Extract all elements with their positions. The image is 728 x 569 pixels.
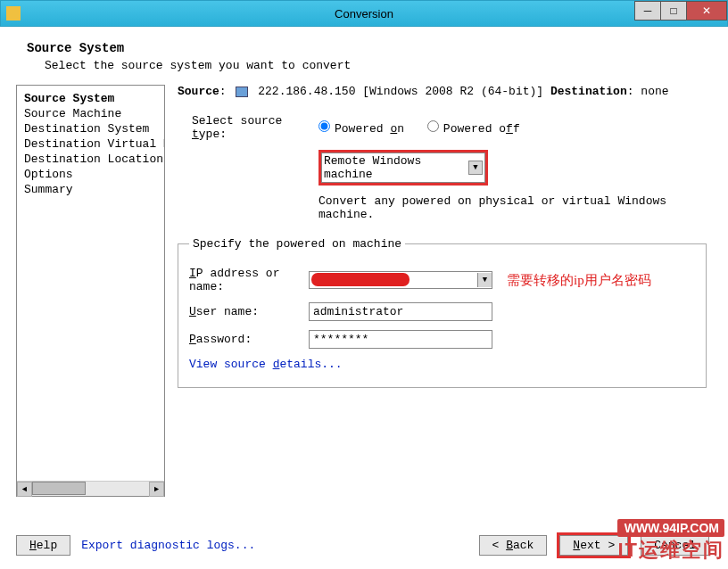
back-button[interactable]: < Back xyxy=(479,535,548,556)
source-value: 222.186.48.150 [Windows 2008 R2 (64-bit)… xyxy=(258,85,543,98)
radio-powered-on[interactable]: Powered on xyxy=(318,122,404,136)
computer-icon xyxy=(236,87,248,97)
scroll-right-icon[interactable]: ► xyxy=(149,482,164,497)
scroll-thumb[interactable] xyxy=(32,482,86,495)
password-label: Password: xyxy=(189,333,309,346)
wizard-header: Source System Select the source system y… xyxy=(0,27,728,85)
source-type-hint: Convert any powered on physical or virtu… xyxy=(318,194,712,221)
watermark-text: IT运维空间 xyxy=(617,537,724,564)
radio-powered-off[interactable]: Powered off xyxy=(427,122,520,136)
help-button[interactable]: Help xyxy=(16,535,70,556)
ip-label: IP address or name: xyxy=(189,267,309,293)
sidebar-item-source-system[interactable]: Source System xyxy=(21,91,161,106)
sidebar-item-destination-system[interactable]: Destination System xyxy=(21,121,161,136)
sidebar-item-destination-vm[interactable]: Destination Virtual M xyxy=(21,136,161,152)
sidebar-item-summary[interactable]: Summary xyxy=(21,182,161,197)
dropdown-value: Remote Windows machine xyxy=(324,154,468,181)
export-logs-link[interactable]: Export diagnostic logs... xyxy=(81,539,255,552)
wizard-sidebar: Source System Source Machine Destination… xyxy=(16,85,165,497)
view-details-link[interactable]: View source details... xyxy=(189,358,695,371)
sidebar-item-options[interactable]: Options xyxy=(21,167,161,182)
maximize-button[interactable]: □ xyxy=(660,1,687,21)
sidebar-item-destination-location[interactable]: Destination Location xyxy=(21,152,161,167)
username-label: User name: xyxy=(189,305,309,318)
source-label: Source xyxy=(178,85,219,98)
sidebar-item-source-machine[interactable]: Source Machine xyxy=(21,106,161,121)
machine-fieldset: Specify the powered on machine IP addres… xyxy=(178,237,707,388)
chevron-down-icon: ▼ xyxy=(468,161,483,175)
source-type-dropdown-highlight: Remote Windows machine ▼ xyxy=(318,150,488,186)
fieldset-legend: Specify the powered on machine xyxy=(189,237,405,251)
source-destination-line: Source: 222.186.48.150 [Windows 2008 R2 … xyxy=(178,85,712,98)
username-input[interactable] xyxy=(309,302,492,321)
watermark: WWW.94IP.COM IT运维空间 xyxy=(617,519,724,564)
app-icon xyxy=(6,6,21,21)
page-subtitle: Select the source system you want to con… xyxy=(45,59,701,72)
main-panel: Source: 222.186.48.150 [Windows 2008 R2 … xyxy=(165,85,712,497)
page-title: Source System xyxy=(27,41,701,55)
destination-value: none xyxy=(641,85,668,98)
chevron-down-icon[interactable]: ▼ xyxy=(477,273,492,287)
watermark-url: WWW.94IP.COM xyxy=(617,519,724,537)
password-input[interactable] xyxy=(309,330,492,349)
window-buttons: ─ □ ✕ xyxy=(635,1,727,21)
ip-combo[interactable]: ▼ xyxy=(309,271,492,289)
scroll-left-icon[interactable]: ◄ xyxy=(17,482,32,497)
destination-label: Destination xyxy=(550,85,627,98)
source-type-dropdown[interactable]: Remote Windows machine ▼ xyxy=(321,153,485,183)
select-source-type-label: Select source type: xyxy=(192,114,317,141)
close-button[interactable]: ✕ xyxy=(686,1,727,21)
window-title: Conversion xyxy=(335,7,393,21)
title-bar: Conversion ─ □ ✕ xyxy=(0,0,728,27)
annotation-text: 需要转移的ip用户名密码 xyxy=(507,272,651,289)
sidebar-scrollbar[interactable]: ◄ ► xyxy=(17,481,164,496)
minimize-button[interactable]: ─ xyxy=(634,1,661,21)
ip-redacted xyxy=(311,273,410,286)
